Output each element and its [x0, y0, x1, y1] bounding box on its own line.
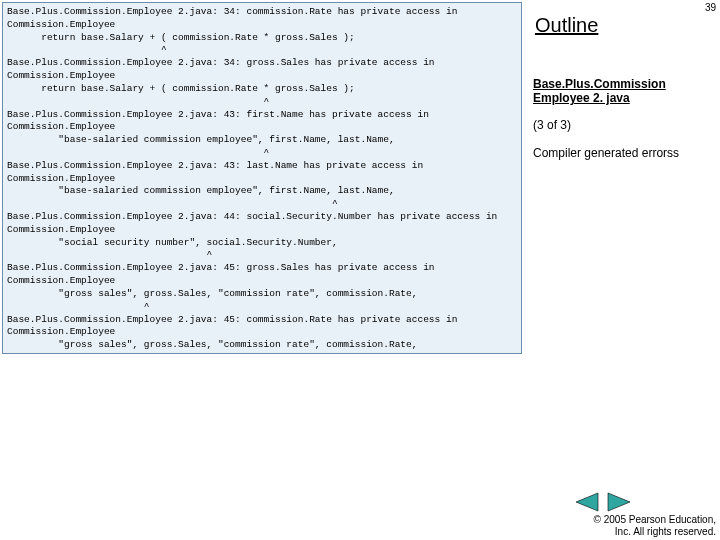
nav-buttons: [574, 492, 632, 512]
copyright-line1: © 2005 Pearson Education,: [594, 514, 716, 526]
svg-marker-0: [576, 493, 598, 511]
svg-marker-1: [608, 493, 630, 511]
copyright-line2: Inc. All rights reserved.: [594, 526, 716, 538]
compiler-output-panel: Base.Plus.Commission.Employee 2.java: 34…: [2, 2, 522, 354]
prev-button[interactable]: [574, 492, 600, 512]
outline-heading: Outline: [535, 14, 720, 37]
caption-text: Compiler generated errorss: [533, 146, 720, 162]
next-button[interactable]: [606, 492, 632, 512]
outline-column: Outline Base.Plus.Commission Employee 2.…: [533, 0, 720, 161]
triangle-right-icon: [606, 492, 632, 512]
triangle-left-icon: [574, 492, 600, 512]
copyright: © 2005 Pearson Education, Inc. All right…: [594, 514, 716, 538]
file-name: Base.Plus.Commission Employee 2. java: [533, 77, 720, 106]
page-indicator: (3 of 3): [533, 118, 720, 132]
